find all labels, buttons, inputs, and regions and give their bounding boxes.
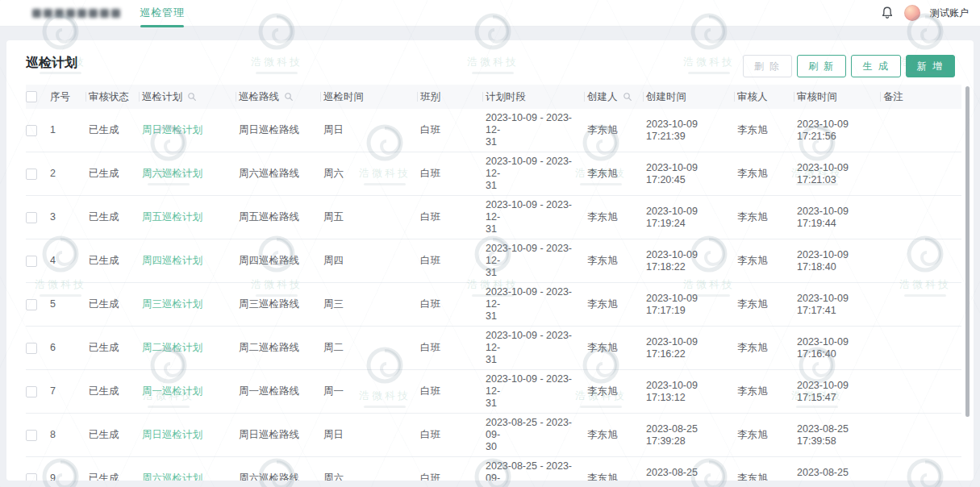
- cell-period: 2023-10-09 - 2023-12-31: [486, 283, 587, 327]
- cell-plan-link[interactable]: 周日巡检计划: [142, 414, 239, 457]
- cell-create-time: 2023-10-0917:16:22: [646, 327, 737, 370]
- cell-auditor: 李东旭: [737, 109, 797, 152]
- cell-creator: 李东旭: [587, 109, 646, 152]
- cell-audit-time: 2023-08-2517:39:58: [797, 414, 883, 457]
- cell-time: 周三: [323, 283, 420, 327]
- cell-audit-time: 2023-10-0917:21:03: [797, 152, 883, 196]
- user-avatar[interactable]: [904, 5, 920, 21]
- cell-status: 已生成: [89, 283, 142, 327]
- cell-auditor: 李东旭: [737, 414, 797, 457]
- row-checkbox[interactable]: [26, 473, 37, 481]
- col-header-route: 巡检路线: [239, 85, 323, 109]
- app-logo-blurred: [32, 9, 120, 18]
- cell-plan-link[interactable]: 周一巡检计划: [142, 370, 239, 414]
- row-checkbox[interactable]: [26, 299, 37, 310]
- cell-shift: 白班: [420, 109, 486, 152]
- row-checkbox[interactable]: [26, 343, 37, 354]
- cell-route: 周一巡检路线: [239, 370, 323, 414]
- cell-plan-link[interactable]: 周四巡检计划: [142, 239, 239, 283]
- cell-remark: [883, 283, 961, 327]
- cell-route: 周三巡检路线: [239, 283, 323, 327]
- search-icon[interactable]: [187, 92, 197, 102]
- cell-remark: [883, 239, 961, 283]
- cell-create-time: 2023-08-2517:39:28: [646, 414, 737, 457]
- cell-period: 2023-10-09 - 2023-12-31: [486, 196, 587, 239]
- cell-auditor: 李东旭: [737, 370, 797, 414]
- cell-seq: 9: [50, 457, 89, 481]
- cell-auditor: 李东旭: [737, 457, 797, 481]
- cell-creator: 李东旭: [587, 370, 646, 414]
- search-icon[interactable]: [284, 92, 294, 102]
- cell-seq: 7: [50, 370, 89, 414]
- row-checkbox[interactable]: [26, 430, 37, 441]
- table-row: 8 已生成 周日巡检计划 周日巡检路线 周日 白班 2023-08-25 - 2…: [26, 414, 961, 457]
- cell-shift: 白班: [420, 283, 486, 327]
- cell-seq: 5: [50, 283, 89, 327]
- col-header-status: 审核状态: [89, 85, 142, 109]
- cell-route: 周日巡检路线: [239, 414, 323, 457]
- cell-time: 周五: [323, 196, 420, 239]
- refresh-button[interactable]: 刷 新: [797, 55, 846, 77]
- table-row: 9 已生成 周六巡检计划 周六巡检路线 周六 白班 2023-08-25 - 2…: [26, 457, 961, 481]
- table-scrollbar[interactable]: [965, 86, 970, 417]
- cell-auditor: 李东旭: [737, 327, 797, 370]
- cell-remark: [883, 109, 961, 152]
- table-row: 1 已生成 周日巡检计划 周日巡检路线 周日 白班 2023-10-09 - 2…: [26, 109, 961, 152]
- cell-create-time: 2023-10-0917:19:24: [646, 196, 737, 239]
- cell-shift: 白班: [420, 196, 486, 239]
- table-body: 1 已生成 周日巡检计划 周日巡检路线 周日 白班 2023-10-09 - 2…: [26, 109, 961, 481]
- cell-status: 已生成: [89, 196, 142, 239]
- delete-button[interactable]: 删 除: [743, 55, 792, 77]
- nav-tab-inspection-management[interactable]: 巡检管理: [140, 6, 185, 20]
- cell-time: 周四: [323, 239, 420, 283]
- cell-plan-link[interactable]: 周二巡检计划: [142, 327, 239, 370]
- cell-remark: [883, 152, 961, 196]
- cell-period: 2023-10-09 - 2023-12-31: [486, 152, 587, 196]
- cell-shift: 白班: [420, 370, 486, 414]
- search-icon[interactable]: [623, 92, 632, 102]
- account-name[interactable]: 测试账户: [930, 6, 969, 20]
- cell-audit-time: 2023-10-0917:18:40: [797, 239, 883, 283]
- cell-plan-link[interactable]: 周六巡检计划: [142, 152, 239, 196]
- cell-shift: 白班: [420, 239, 486, 283]
- cell-status: 已生成: [89, 370, 142, 414]
- plans-table: 序号 审核状态 巡检计划 巡检路线 巡检时间 班别 计划时段 创建人: [26, 85, 961, 481]
- table-header-row: 序号 审核状态 巡检计划 巡检路线 巡检时间 班别 计划时段 创建人: [26, 85, 961, 109]
- cell-time: 周一: [323, 370, 420, 414]
- cell-time: 周六: [323, 457, 420, 481]
- generate-button[interactable]: 生 成: [851, 55, 900, 77]
- cell-auditor: 李东旭: [737, 196, 797, 239]
- cell-create-time: 2023-10-0917:13:12: [646, 370, 737, 414]
- cell-route: 周二巡检路线: [239, 327, 323, 370]
- col-header-creator: 创建人: [587, 85, 646, 109]
- cell-audit-time: 2023-10-0917:17:41: [797, 283, 883, 327]
- row-checkbox[interactable]: [26, 256, 37, 267]
- col-header-seq: 序号: [50, 85, 89, 109]
- cell-route: 周六巡检路线: [239, 152, 323, 196]
- add-button[interactable]: 新 增: [906, 55, 955, 77]
- cell-create-time: 2023-10-0917:18:22: [646, 239, 737, 283]
- select-all-checkbox[interactable]: [26, 91, 37, 102]
- cell-create-time: 2023-10-0917:17:19: [646, 283, 737, 327]
- row-checkbox[interactable]: [26, 169, 37, 180]
- cell-period: 2023-10-09 - 2023-12-31: [486, 239, 587, 283]
- cell-shift: 白班: [420, 152, 486, 196]
- cell-plan-link[interactable]: 周三巡检计划: [142, 283, 239, 327]
- cell-seq: 6: [50, 327, 89, 370]
- row-checkbox[interactable]: [26, 386, 37, 398]
- cell-shift: 白班: [420, 457, 486, 481]
- cell-plan-link[interactable]: 周五巡检计划: [142, 196, 239, 239]
- notification-bell-icon[interactable]: [880, 6, 895, 20]
- cell-plan-link[interactable]: 周六巡检计划: [142, 457, 239, 481]
- table-row: 5 已生成 周三巡检计划 周三巡检路线 周三 白班 2023-10-09 - 2…: [26, 283, 961, 327]
- cell-period: 2023-10-09 - 2023-12-31: [486, 109, 587, 152]
- cell-creator: 李东旭: [587, 327, 646, 370]
- row-checkbox[interactable]: [26, 212, 37, 223]
- row-checkbox[interactable]: [26, 125, 37, 136]
- cell-status: 已生成: [89, 109, 142, 152]
- cell-plan-link[interactable]: 周日巡检计划: [142, 109, 239, 152]
- cell-time: 周六: [323, 152, 420, 196]
- cell-remark: [883, 196, 961, 239]
- cell-create-time: 2023-10-0917:20:45: [646, 152, 737, 196]
- cell-route: 周五巡检路线: [239, 196, 323, 239]
